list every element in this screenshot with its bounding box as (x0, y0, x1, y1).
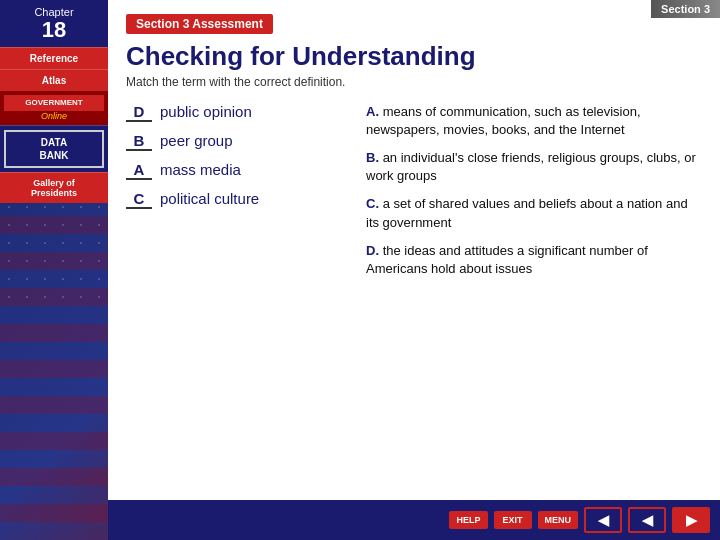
def-item-c: C. a set of shared values and beliefs ab… (366, 195, 702, 231)
gov-online-text: Online (4, 111, 104, 121)
chapter-number: 18 (4, 19, 104, 41)
def-text-d: the ideas and attitudes a significant nu… (366, 243, 648, 276)
match-letter-1: D (126, 103, 152, 122)
sidebar-item-reference[interactable]: Reference (0, 47, 108, 69)
next-button[interactable]: ▶ (672, 507, 710, 533)
match-term-3: mass media (160, 161, 241, 178)
sidebar-item-gallery[interactable]: Gallery of Presidents (0, 172, 108, 203)
sidebar-item-databank[interactable]: DATA BANK (0, 125, 108, 172)
section-header: Section 3 (651, 0, 720, 18)
def-text-a: means of communication, such as televisi… (366, 104, 641, 137)
def-text-b: an individual's close friends, religious… (366, 150, 696, 183)
match-letter-3: A (126, 161, 152, 180)
databank-box: DATA BANK (4, 130, 104, 168)
section-banner: Section 3 Assessment (126, 14, 273, 34)
content-columns: D public opinion B peer group A mass med… (126, 103, 702, 289)
def-letter-b: B. (366, 150, 379, 165)
page-subtitle: Match the term with the correct definiti… (126, 75, 702, 89)
def-item-d: D. the ideas and attitudes a significant… (366, 242, 702, 278)
match-row-2: B peer group (126, 132, 346, 151)
sidebar-item-government[interactable]: GOVERNMENT Online (0, 91, 108, 125)
chapter-box: Chapter 18 (0, 0, 108, 47)
menu-button[interactable]: MENU (538, 511, 579, 529)
bottom-nav: HELP EXIT MENU ◀ ◀ ▶ (108, 500, 720, 540)
match-term-4: political culture (160, 190, 259, 207)
def-letter-c: C. (366, 196, 379, 211)
match-letter-4: C (126, 190, 152, 209)
match-letter-2: B (126, 132, 152, 151)
match-term-1: public opinion (160, 103, 252, 120)
sidebar-item-atlas[interactable]: Atlas (0, 69, 108, 91)
sidebar: Chapter 18 Reference Atlas GOVERNMENT On… (0, 0, 108, 540)
def-text-c: a set of shared values and beliefs about… (366, 196, 688, 229)
back-button[interactable]: ◀ (584, 507, 622, 533)
main-content: Section 3 Assessment Checking for Unders… (108, 0, 720, 500)
match-row-3: A mass media (126, 161, 346, 180)
def-letter-a: A. (366, 104, 379, 119)
def-letter-d: D. (366, 243, 379, 258)
match-row-1: D public opinion (126, 103, 346, 122)
matches-column: D public opinion B peer group A mass med… (126, 103, 346, 289)
sidebar-label-atlas: Atlas (42, 75, 66, 86)
help-button[interactable]: HELP (449, 511, 487, 529)
def-item-a: A. means of communication, such as telev… (366, 103, 702, 139)
definitions-column: A. means of communication, such as telev… (366, 103, 702, 289)
page-title: Checking for Understanding (126, 42, 702, 71)
exit-button[interactable]: EXIT (494, 511, 532, 529)
gov-logo: GOVERNMENT (4, 95, 104, 111)
match-row-4: C political culture (126, 190, 346, 209)
match-term-2: peer group (160, 132, 233, 149)
prev-button[interactable]: ◀ (628, 507, 666, 533)
sidebar-label-reference: Reference (30, 53, 78, 64)
def-item-b: B. an individual's close friends, religi… (366, 149, 702, 185)
